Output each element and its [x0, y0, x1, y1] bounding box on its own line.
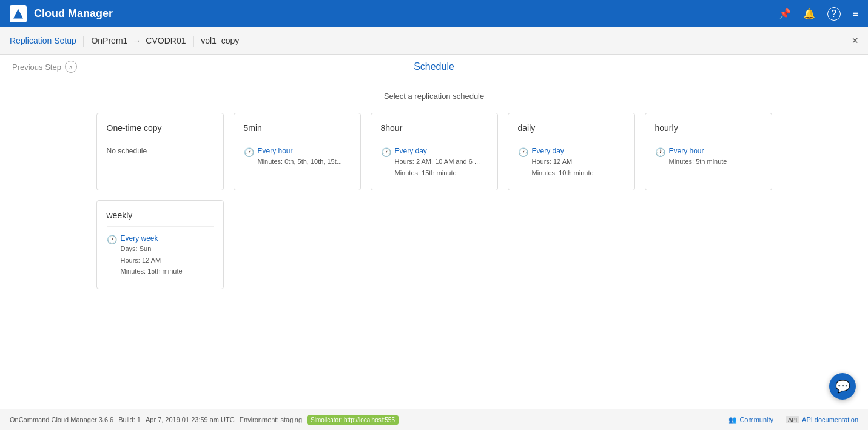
api-badge: API [786, 416, 799, 423]
volume-label: vol1_copy [201, 36, 239, 45]
card-one-time-copy[interactable]: One-time copy No schedule [96, 113, 224, 190]
previous-step-button[interactable]: Previous Step ∧ [12, 61, 77, 73]
card-body-daily: 🕐 Every day Hours: 12 AM Minutes: 10th m… [518, 147, 625, 178]
api-doc-label: API documentation [802, 416, 858, 423]
prev-step-icon: ∧ [65, 61, 77, 73]
breadcrumb: Replication Setup | OnPrem1 → CVODR01 | … [0, 27, 868, 55]
card-body-8hour: 🕐 Every day Hours: 2 AM, 10 AM and 6 ...… [381, 147, 488, 178]
card-hourly[interactable]: hourly 🕐 Every hour Minutes: 5th minute [645, 113, 772, 190]
clock-icon-8hour: 🕐 [381, 147, 391, 157]
card-title-one-time-copy: One-time copy [107, 123, 214, 139]
card-detail-5min: Every hour Minutes: 0th, 5th, 10th, 15t.… [258, 147, 342, 167]
date-text: Apr 7, 2019 01:23:59 am UTC [146, 416, 235, 423]
freq-5min: Every hour [258, 147, 342, 155]
clock-icon-daily: 🕐 [518, 147, 528, 157]
card-row-hourly: 🕐 Every hour Minutes: 5th minute [655, 147, 762, 167]
card-weekly[interactable]: weekly 🕐 Every week Days: Sun Hours: 12 … [96, 200, 224, 289]
hours-daily: Hours: 12 AM [532, 156, 594, 167]
close-icon[interactable]: × [852, 35, 858, 47]
version-text: OnCommand Cloud Manager 3.6.6 [10, 416, 113, 423]
step-title: Schedule [414, 61, 454, 72]
card-body-hourly: 🕐 Every hour Minutes: 5th minute [655, 147, 762, 167]
hours-8hour: Hours: 2 AM, 10 AM and 6 ... [395, 156, 480, 167]
card-5min[interactable]: 5min 🕐 Every hour Minutes: 0th, 5th, 10t… [234, 113, 361, 190]
no-schedule-text: No schedule [107, 147, 147, 155]
dest-label: CVODR01 [146, 36, 186, 45]
app-logo [10, 5, 27, 22]
minutes-weekly: Minutes: 15th minute [121, 266, 183, 277]
card-row-8hour: 🕐 Every day Hours: 2 AM, 10 AM and 6 ...… [381, 147, 488, 178]
card-detail-daily: Every day Hours: 12 AM Minutes: 10th min… [532, 147, 594, 178]
replication-setup-link[interactable]: Replication Setup [10, 36, 76, 45]
app-title: Cloud Manager [34, 7, 779, 20]
clock-icon-weekly: 🕐 [107, 235, 117, 244]
footer: OnCommand Cloud Manager 3.6.6 Build: 1 A… [0, 409, 868, 430]
menu-icon[interactable]: ≡ [853, 8, 858, 19]
build-text: Build: 1 [118, 416, 141, 423]
freq-daily: Every day [532, 147, 594, 155]
card-body-weekly: 🕐 Every week Days: Sun Hours: 12 AM Minu… [107, 234, 214, 277]
card-detail-8hour: Every day Hours: 2 AM, 10 AM and 6 ... M… [395, 147, 480, 178]
pin-icon[interactable]: 📌 [779, 8, 791, 19]
card-detail-weekly: Every week Days: Sun Hours: 12 AM Minute… [121, 234, 183, 277]
freq-8hour: Every day [395, 147, 480, 155]
days-weekly: Days: Sun [121, 244, 183, 254]
prev-step-label: Previous Step [12, 62, 61, 72]
top-navigation: Cloud Manager 📌 🔔 ? ≡ [0, 0, 868, 27]
card-daily[interactable]: daily 🕐 Every day Hours: 12 AM Minutes: … [508, 113, 635, 190]
arrow-icon: → [132, 36, 141, 45]
chat-icon: 💬 [835, 379, 850, 394]
clock-icon-5min: 🕐 [244, 147, 254, 157]
card-detail-hourly: Every hour Minutes: 5th minute [669, 147, 727, 167]
freq-weekly: Every week [121, 234, 183, 243]
api-doc-link[interactable]: API API documentation [786, 416, 858, 423]
community-icon: 👥 [728, 416, 737, 424]
help-icon[interactable]: ? [827, 7, 841, 21]
freq-hourly: Every hour [669, 147, 727, 155]
minutes-8hour: Minutes: 15th minute [395, 168, 480, 178]
wizard-step-bar: Previous Step ∧ Schedule [0, 55, 868, 79]
env-text: Environment: staging [240, 416, 302, 423]
community-link[interactable]: 👥 Community [728, 416, 773, 424]
minutes-hourly: Minutes: 5th minute [669, 156, 727, 167]
card-title-daily: daily [518, 123, 625, 139]
nav-icons-group: 📌 🔔 ? ≡ [779, 7, 858, 21]
card-title-8hour: 8hour [381, 123, 488, 139]
card-row-5min: 🕐 Every hour Minutes: 0th, 5th, 10th, 15… [244, 147, 351, 167]
select-prompt: Select a replication schedule [12, 92, 856, 101]
breadcrumb-sep1: | [82, 35, 86, 47]
bell-icon[interactable]: 🔔 [803, 8, 815, 19]
card-row-daily: 🕐 Every day Hours: 12 AM Minutes: 10th m… [518, 147, 625, 178]
hours-weekly: Hours: 12 AM [121, 255, 183, 266]
footer-left: OnCommand Cloud Manager 3.6.6 Build: 1 A… [10, 415, 728, 425]
card-body-5min: 🕐 Every hour Minutes: 0th, 5th, 10th, 15… [244, 147, 351, 167]
community-label: Community [739, 416, 773, 423]
card-title-5min: 5min [244, 123, 351, 139]
card-title-hourly: hourly [655, 123, 762, 139]
clock-icon-hourly: 🕐 [655, 147, 665, 157]
minutes-daily: Minutes: 10th minute [532, 168, 594, 178]
minutes-5min: Minutes: 0th, 5th, 10th, 15t... [258, 156, 342, 167]
main-content: Select a replication schedule One-time c… [0, 79, 868, 409]
card-body-one-time-copy: No schedule [107, 147, 214, 155]
schedule-cards-row2: weekly 🕐 Every week Days: Sun Hours: 12 … [12, 200, 856, 289]
simpl-link[interactable]: Simolicator: http://localhost:555 [307, 415, 399, 425]
breadcrumb-sep2: | [192, 35, 195, 47]
card-8hour[interactable]: 8hour 🕐 Every day Hours: 2 AM, 10 AM and… [371, 113, 498, 190]
schedule-cards-row1: One-time copy No schedule 5min 🕐 Every h… [12, 113, 856, 190]
card-title-weekly: weekly [107, 210, 214, 227]
footer-right: 👥 Community API API documentation [728, 416, 858, 424]
card-row-weekly: 🕐 Every week Days: Sun Hours: 12 AM Minu… [107, 234, 214, 277]
chat-button[interactable]: 💬 [829, 373, 856, 400]
source-label: OnPrem1 [91, 36, 127, 45]
